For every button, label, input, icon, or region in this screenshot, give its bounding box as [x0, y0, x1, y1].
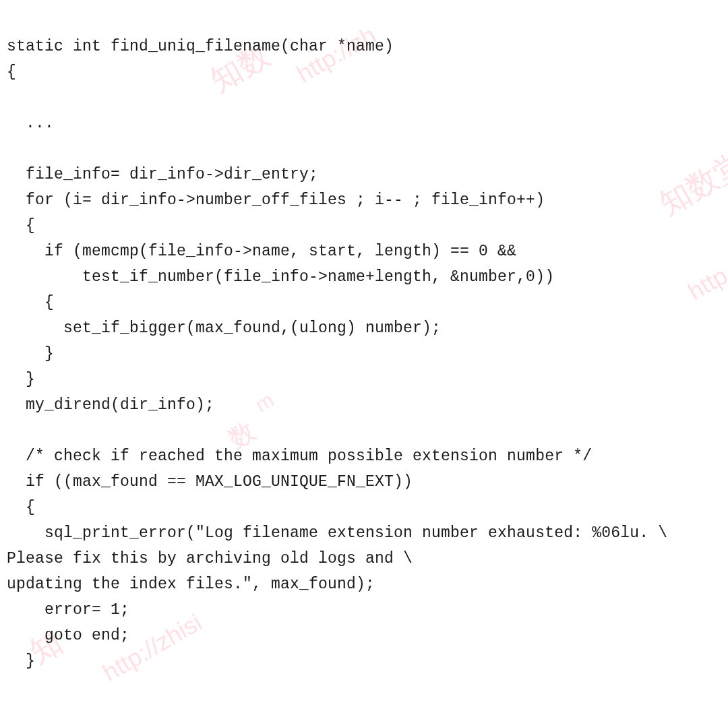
- code-line: set_if_bigger(max_found,(ulong) number);: [7, 319, 441, 337]
- code-line: }: [7, 345, 54, 363]
- code-line: Please fix this by archiving old logs an…: [7, 550, 413, 567]
- code-line: error= 1;: [7, 601, 129, 619]
- code-line: static int find_uniq_filename(char *name…: [7, 38, 394, 55]
- code-line: }: [7, 652, 35, 670]
- code-line: for (i= dir_info->number_off_files ; i--…: [7, 191, 545, 209]
- code-line: ...: [7, 115, 54, 132]
- code-line: updating the index files.", max_found);: [7, 576, 375, 593]
- code-line: my_dirend(dir_info);: [7, 396, 214, 414]
- code-line: {: [7, 294, 54, 311]
- code-line: if (memcmp(file_info->name, start, lengt…: [7, 243, 516, 260]
- code-line: }: [7, 371, 35, 388]
- code-line: {: [7, 63, 16, 81]
- code-line: test_if_number(file_info->name+length, &…: [7, 268, 554, 286]
- code-line: sql_print_error("Log filename extension …: [7, 524, 667, 542]
- code-line: {: [7, 499, 35, 516]
- code-block: static int find_uniq_filename(char *name…: [0, 0, 728, 711]
- code-line: goto end;: [7, 627, 129, 644]
- code-line: file_info= dir_info->dir_entry;: [7, 166, 318, 183]
- code-line: ...: [7, 704, 54, 711]
- code-line: /* check if reached the maximum possible…: [7, 447, 592, 465]
- code-line: if ((max_found == MAX_LOG_UNIQUE_FN_EXT)…: [7, 473, 413, 491]
- code-line: {: [7, 217, 35, 235]
